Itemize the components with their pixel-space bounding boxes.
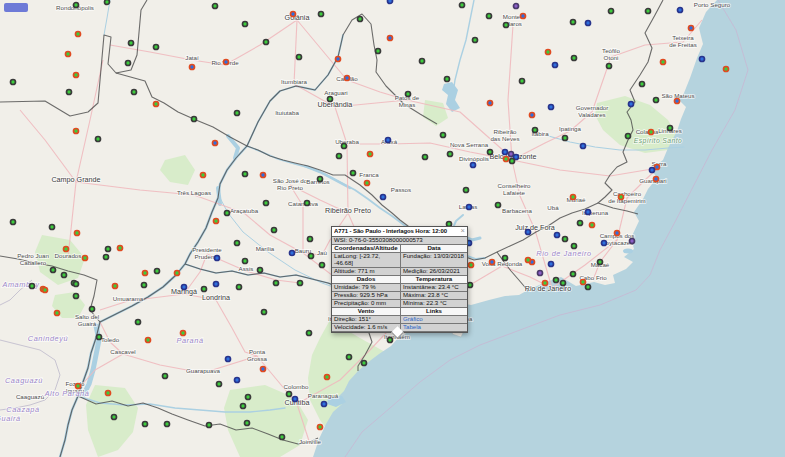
- station-marker[interactable]: [291, 12, 296, 17]
- station-marker[interactable]: [700, 57, 705, 62]
- station-marker[interactable]: [325, 375, 330, 380]
- station-marker[interactable]: [538, 271, 543, 276]
- station-marker[interactable]: [362, 361, 367, 366]
- station-marker[interactable]: [619, 195, 624, 200]
- station-marker[interactable]: [154, 45, 159, 50]
- station-marker[interactable]: [272, 228, 277, 233]
- station-marker[interactable]: [358, 17, 363, 22]
- station-marker[interactable]: [460, 3, 465, 8]
- station-marker[interactable]: [468, 283, 473, 288]
- station-marker[interactable]: [549, 262, 554, 267]
- station-marker[interactable]: [571, 20, 576, 25]
- station-marker[interactable]: [201, 173, 206, 178]
- station-marker[interactable]: [74, 129, 79, 134]
- station-marker[interactable]: [237, 285, 242, 290]
- station-marker[interactable]: [11, 220, 16, 225]
- station-marker[interactable]: [388, 36, 393, 41]
- station-marker[interactable]: [112, 415, 117, 420]
- station-marker[interactable]: [724, 67, 729, 72]
- station-marker[interactable]: [368, 152, 373, 157]
- station-marker[interactable]: [90, 307, 95, 312]
- station-marker[interactable]: [258, 268, 263, 273]
- station-marker[interactable]: [342, 144, 347, 149]
- station-marker[interactable]: [420, 59, 425, 64]
- station-marker[interactable]: [351, 171, 356, 176]
- station-marker[interactable]: [661, 60, 666, 65]
- station-marker[interactable]: [307, 331, 312, 336]
- station-marker[interactable]: [224, 60, 229, 65]
- station-marker[interactable]: [287, 392, 292, 397]
- station-marker[interactable]: [96, 137, 101, 142]
- station-marker[interactable]: [578, 221, 583, 226]
- station-marker[interactable]: [626, 134, 631, 139]
- station-marker[interactable]: [76, 384, 81, 389]
- station-marker[interactable]: [609, 9, 614, 14]
- station-marker[interactable]: [262, 310, 267, 315]
- station-marker[interactable]: [165, 422, 170, 427]
- station-marker[interactable]: [554, 278, 559, 283]
- station-marker[interactable]: [530, 113, 535, 118]
- station-marker[interactable]: [66, 52, 71, 57]
- station-marker[interactable]: [328, 97, 333, 102]
- station-marker[interactable]: [654, 98, 659, 103]
- station-marker[interactable]: [243, 22, 248, 27]
- station-marker[interactable]: [503, 150, 508, 155]
- station-marker[interactable]: [563, 136, 568, 141]
- station-marker[interactable]: [214, 219, 219, 224]
- station-marker[interactable]: [261, 173, 266, 178]
- station-marker[interactable]: [293, 397, 298, 402]
- station-marker[interactable]: [118, 246, 123, 251]
- station-marker[interactable]: [143, 422, 148, 427]
- station-marker[interactable]: [235, 378, 240, 383]
- station-marker[interactable]: [213, 141, 218, 146]
- station-marker[interactable]: [629, 102, 634, 107]
- station-marker[interactable]: [630, 239, 635, 244]
- station-marker[interactable]: [553, 63, 558, 68]
- station-marker[interactable]: [214, 282, 219, 287]
- station-marker[interactable]: [337, 154, 342, 159]
- station-marker[interactable]: [464, 188, 469, 193]
- station-marker[interactable]: [163, 374, 168, 379]
- station-marker[interactable]: [62, 273, 67, 278]
- station-marker[interactable]: [646, 9, 651, 14]
- station-marker[interactable]: [207, 423, 212, 428]
- station-marker[interactable]: [261, 367, 266, 372]
- station-marker[interactable]: [297, 55, 302, 60]
- station-marker[interactable]: [546, 50, 551, 55]
- station-marker[interactable]: [388, 338, 393, 343]
- station-marker[interactable]: [322, 402, 327, 407]
- station-marker[interactable]: [607, 64, 612, 69]
- station-marker[interactable]: [572, 244, 577, 249]
- station-marker[interactable]: [146, 338, 151, 343]
- station-marker[interactable]: [448, 152, 453, 157]
- station-marker[interactable]: [106, 247, 111, 252]
- station-marker[interactable]: [67, 90, 72, 95]
- station-marker[interactable]: [365, 181, 370, 186]
- station-marker[interactable]: [678, 8, 683, 13]
- station-marker[interactable]: [74, 3, 79, 8]
- station-marker[interactable]: [561, 281, 566, 286]
- station-marker[interactable]: [650, 168, 655, 173]
- station-marker[interactable]: [11, 80, 16, 85]
- station-marker[interactable]: [336, 57, 341, 62]
- station-marker[interactable]: [181, 331, 186, 336]
- station-marker[interactable]: [113, 284, 118, 289]
- station-marker[interactable]: [175, 271, 180, 276]
- station-marker[interactable]: [192, 117, 197, 122]
- station-marker[interactable]: [243, 172, 248, 177]
- station-marker[interactable]: [473, 38, 478, 43]
- station-marker[interactable]: [504, 157, 509, 162]
- station-marker[interactable]: [572, 56, 577, 61]
- station-marker[interactable]: [132, 90, 137, 95]
- station-marker[interactable]: [75, 231, 80, 236]
- station-marker[interactable]: [675, 99, 680, 104]
- station-marker[interactable]: [520, 79, 525, 84]
- station-marker[interactable]: [586, 285, 591, 290]
- station-marker[interactable]: [514, 4, 519, 9]
- station-marker[interactable]: [533, 128, 538, 133]
- station-marker[interactable]: [235, 241, 240, 246]
- station-marker[interactable]: [654, 177, 659, 182]
- station-marker[interactable]: [581, 144, 586, 149]
- station-marker[interactable]: [469, 263, 474, 268]
- station-marker[interactable]: [97, 335, 102, 340]
